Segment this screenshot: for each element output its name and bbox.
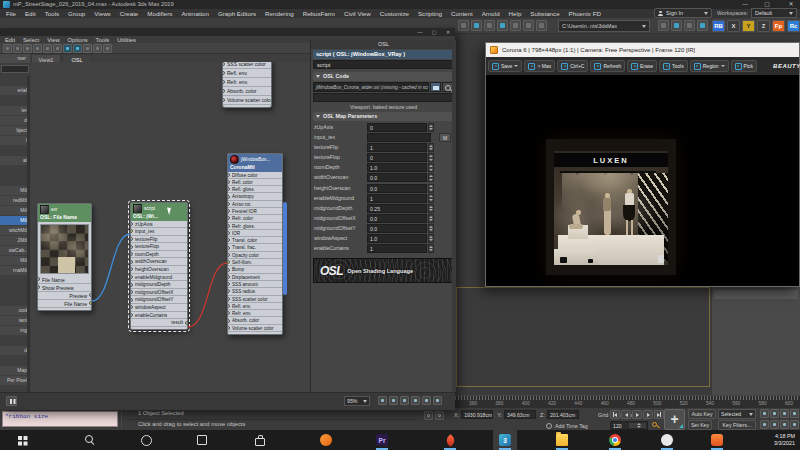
delete-icon[interactable] xyxy=(33,44,42,53)
browser-item[interactable] xyxy=(0,356,30,365)
browser-item[interactable]: Mtl xyxy=(0,206,30,215)
menu-item[interactable]: Customize xyxy=(380,10,409,17)
node-input-slot[interactable]: zUpAxis xyxy=(131,221,187,229)
node-input-slot[interactable]: Transl. color xyxy=(228,237,282,244)
node-input-slot[interactable]: SSS radius xyxy=(228,288,282,295)
menu-item[interactable]: Edit xyxy=(25,10,36,17)
osl-file-field[interactable]: jWindowBox_Corona_wider.osl (missing - c… xyxy=(313,82,429,92)
spinner[interactable] xyxy=(428,194,434,203)
param-value-field[interactable]: 0 xyxy=(367,153,427,162)
menu-item[interactable]: Substance xyxy=(530,10,559,17)
3dsmax-app-icon[interactable]: 3 xyxy=(493,430,517,450)
param-value-field[interactable]: 0.0 xyxy=(367,173,427,182)
browser-item[interactable] xyxy=(0,166,30,175)
browser-scrollbar[interactable] xyxy=(27,76,30,392)
pause-update-button[interactable] xyxy=(6,396,17,406)
vfb-title-bar[interactable]: Corona 6 | 798×448px (1:1) | Camera: Fre… xyxy=(486,43,799,57)
explorer-app-icon[interactable] xyxy=(550,430,574,450)
node-input-slot[interactable]: Displacement xyxy=(228,274,282,281)
menu-item[interactable]: Arnold xyxy=(482,10,500,17)
param-value-field[interactable]: 0.0 xyxy=(367,214,427,223)
add-time-tag[interactable]: Add Time Tag xyxy=(546,423,588,429)
browser-item[interactable]: Mtl xyxy=(0,256,30,265)
node-input-slot[interactable]: SSS scatter color xyxy=(228,296,282,303)
timeline-trackbar[interactable]: 360380400420440460480500520540560580600 xyxy=(455,395,800,407)
render-icon[interactable] xyxy=(684,20,695,31)
map-button[interactable]: M xyxy=(439,133,451,142)
node-input-slot[interactable]: Volume scatter color xyxy=(228,325,282,332)
spinner[interactable] xyxy=(428,184,434,193)
cortana-icon[interactable] xyxy=(134,430,158,450)
zoom-icon[interactable] xyxy=(760,409,769,418)
z-button[interactable]: Z xyxy=(757,20,770,32)
paint-app-icon[interactable] xyxy=(438,430,462,450)
material-browser-header[interactable]: rser xyxy=(0,54,30,63)
node-input-slot[interactable]: Refr. env. xyxy=(228,310,282,317)
menu-item[interactable]: Animation xyxy=(181,10,209,17)
system-clock[interactable]: 4:18 PM 3/3/2021 xyxy=(774,433,795,447)
rc-button[interactable]: Rc xyxy=(787,20,800,32)
browser-item[interactable] xyxy=(0,276,30,285)
node-input-slot[interactable]: widthOverscan xyxy=(131,258,187,266)
auto-key-button[interactable]: Auto Key xyxy=(688,409,716,419)
slate-maximize-button[interactable]: ▢ xyxy=(428,28,440,36)
browser-item[interactable]: l xyxy=(0,136,30,145)
pan-to-selected-icon[interactable] xyxy=(433,396,442,405)
previous-frame-button[interactable] xyxy=(621,410,631,419)
vfb-erase-button[interactable]: Erase xyxy=(627,60,657,72)
slate-menu-item[interactable]: Tools xyxy=(96,37,110,43)
menu-item[interactable]: Scripting xyxy=(418,10,442,17)
slate-close-button[interactable]: ✕ xyxy=(442,28,454,36)
spinner[interactable] xyxy=(428,123,434,132)
spinner[interactable] xyxy=(428,244,434,253)
snap-toggle-icon[interactable] xyxy=(471,20,482,31)
osl-code-box[interactable] xyxy=(313,93,454,102)
browser-item[interactable] xyxy=(0,286,30,295)
browser-item[interactable]: Map xyxy=(0,366,30,375)
node-input-slot[interactable]: Aniso rot. xyxy=(228,201,282,208)
zoom-region-icon[interactable] xyxy=(400,396,409,405)
menu-item[interactable]: Help xyxy=(509,10,522,17)
absolute-mode-icon[interactable] xyxy=(435,411,444,420)
node-input-slot[interactable]: enableMidground xyxy=(131,274,187,282)
vfb-copy-button[interactable]: Ctrl+C xyxy=(557,60,588,72)
menu-item[interactable]: Content xyxy=(451,10,473,17)
project-path-dropdown[interactable]: C:\Users\n..nts\3dsMax xyxy=(558,20,650,32)
node-input-slot[interactable]: Anisotropy xyxy=(228,193,282,200)
toolbar-icon[interactable] xyxy=(536,20,547,31)
render-setup-icon[interactable] xyxy=(658,20,669,31)
browser-item[interactable] xyxy=(0,146,30,155)
next-frame-button[interactable] xyxy=(643,410,653,419)
node-input-slot[interactable]: textureFlip xyxy=(131,236,187,244)
start-button[interactable] xyxy=(10,430,34,450)
active-viewport[interactable] xyxy=(456,287,710,387)
spinner[interactable] xyxy=(428,234,434,243)
open-file-button[interactable] xyxy=(430,82,441,92)
node-input-slot[interactable]: Refr. color xyxy=(228,215,282,222)
slate-menu-item[interactable]: Edit xyxy=(5,37,15,43)
node-input-slot[interactable]: SSS amount xyxy=(228,281,282,288)
param-value-field[interactable]: 1 xyxy=(367,143,427,152)
node-view-scrollbar[interactable] xyxy=(283,202,287,295)
param-value-field[interactable]: 1.0 xyxy=(367,234,427,243)
toolbar-icon[interactable] xyxy=(510,20,521,31)
node-header[interactable]: exr OSL: File Name xyxy=(38,204,91,222)
play-button[interactable] xyxy=(632,410,642,419)
param-value-field[interactable]: 0.0 xyxy=(367,184,427,193)
browser-item[interactable]: Mtl xyxy=(0,186,30,195)
node-input-slot[interactable]: textureFlop xyxy=(131,243,187,251)
x-button[interactable]: X xyxy=(727,20,740,32)
node-input-slot[interactable]: Absorb. color xyxy=(228,317,282,324)
node-input-slot[interactable]: Refr. gloss. xyxy=(228,223,282,230)
node-input-slot[interactable]: midgroundOffsetX xyxy=(131,289,187,297)
browser-item[interactable] xyxy=(0,76,30,85)
spinner[interactable] xyxy=(428,224,434,233)
slate-menu-item[interactable]: Options xyxy=(68,37,88,43)
node-input-slot[interactable]: Refl. gloss. xyxy=(228,186,282,193)
slate-menu-item[interactable]: Select xyxy=(23,37,39,43)
menu-item[interactable]: Rendering xyxy=(265,10,294,17)
orbit-icon[interactable] xyxy=(780,420,789,429)
menu-item[interactable]: Civil View xyxy=(344,10,371,17)
layout-icon[interactable] xyxy=(93,44,102,53)
show-realistic-material-icon[interactable] xyxy=(73,44,82,53)
